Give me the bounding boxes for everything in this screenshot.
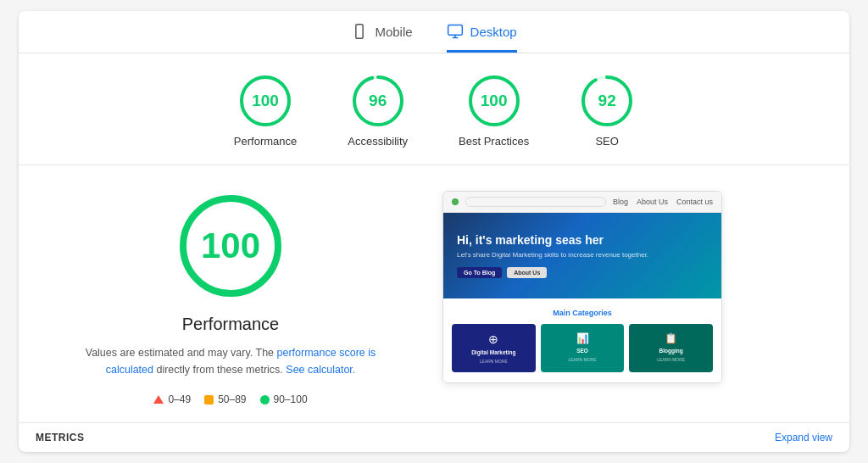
preview-cat-title: Main Categories (452, 309, 713, 317)
big-score-value: 100 (201, 226, 260, 266)
score-label-seo: SEO (595, 135, 618, 148)
score-value-performance: 100 (252, 92, 279, 110)
score-item-performance: 100 Performance (234, 74, 297, 148)
nav-contact: Contact us (676, 198, 713, 206)
tab-mobile[interactable]: Mobile (351, 23, 412, 53)
score-circle-accessibility: 96 (351, 74, 405, 128)
svg-rect-2 (448, 25, 462, 36)
tab-bar: Mobile Desktop (19, 11, 849, 53)
legend: 0–49 50–89 90–100 (153, 393, 307, 405)
desktop-icon (447, 23, 464, 40)
legend-pass-range: 90–100 (274, 393, 308, 405)
left-panel: 100 Performance Values are estimated and… (70, 191, 392, 405)
preview-categories: Main Categories ⊕ Digital Marketing LEAR… (443, 298, 721, 382)
right-panel: Blog About Us Contact us Hi, it's market… (442, 191, 722, 383)
legend-average-range: 50–89 (218, 393, 246, 405)
mobile-icon (351, 23, 368, 40)
preview-card-blog-icon: 📋 (665, 332, 677, 344)
svg-rect-0 (356, 25, 363, 39)
legend-fail: 0–49 (153, 393, 191, 405)
perf-title: Performance (182, 315, 280, 334)
preview-card-digital-label: Digital Marketing (471, 349, 515, 355)
main-container: Mobile Desktop 100 Performance (19, 11, 849, 452)
score-item-best-practices: 100 Best Practices (459, 74, 529, 148)
score-value-seo: 92 (598, 92, 616, 110)
desc-prefix: Values are estimated and may vary. The (86, 347, 277, 359)
score-value-accessibility: 96 (369, 92, 387, 110)
preview-card-seo-icon: 📊 (576, 332, 589, 344)
score-label-performance: Performance (234, 135, 297, 148)
preview-card-digital-sub: LEARN MORE (480, 359, 508, 364)
legend-pass: 90–100 (260, 393, 308, 405)
score-circle-best-practices: 100 (467, 74, 521, 128)
preview-card-blog-sub: LEARN MORE (657, 357, 685, 362)
preview-card-digital: ⊕ Digital Marketing LEARN MORE (452, 324, 536, 372)
preview-card-seo-label: SEO (576, 348, 588, 354)
legend-average-icon (204, 395, 214, 404)
preview-card-seo-sub: LEARN MORE (568, 357, 596, 362)
desc-middle: directly from these metrics. (153, 364, 286, 376)
legend-average: 50–89 (204, 393, 246, 405)
tab-desktop[interactable]: Desktop (447, 23, 517, 53)
score-value-best-practices: 100 (481, 92, 508, 110)
tab-mobile-label: Mobile (375, 25, 412, 39)
calculator-link[interactable]: See calculator. (286, 364, 355, 376)
perf-description: Values are estimated and may vary. The p… (70, 344, 392, 378)
tab-desktop-label: Desktop (470, 25, 517, 39)
legend-fail-icon (153, 395, 164, 404)
nav-blog: Blog (613, 198, 628, 206)
big-score-circle: 100 (175, 191, 286, 301)
preview-btn-blog[interactable]: Go To Blog (457, 267, 502, 278)
preview-dot-1 (452, 198, 459, 205)
preview-hero-sub: Let's share Digital Marketing skills to … (457, 251, 708, 259)
preview-topbar: Blog About Us Contact us (443, 192, 721, 213)
preview-card-blog: 📋 Blogging LEARN MORE (629, 324, 713, 372)
nav-about: About Us (637, 198, 668, 206)
score-label-accessibility: Accessibility (348, 135, 408, 148)
preview-hero-title: Hi, it's marketing seas her (457, 233, 708, 247)
preview-nav: Blog About Us Contact us (613, 198, 713, 206)
preview-cards: ⊕ Digital Marketing LEARN MORE 📊 SEO LEA… (452, 324, 713, 372)
preview-btn-about[interactable]: About Us (507, 267, 547, 278)
preview-card-blog-label: Blogging (659, 348, 683, 354)
preview-buttons: Go To Blog About Us (457, 267, 708, 278)
legend-pass-icon (260, 395, 270, 404)
score-circle-seo: 92 (580, 74, 634, 128)
score-bar: 100 Performance 96 Accessibility 1 (19, 53, 849, 165)
expand-view-link[interactable]: Expand view (775, 432, 832, 443)
score-circle-performance: 100 (238, 74, 292, 128)
preview-card-seo: 📊 SEO LEARN MORE (541, 324, 625, 372)
preview-card-digital-icon: ⊕ (488, 332, 498, 346)
metrics-label: METRICS (36, 432, 85, 443)
website-preview: Blog About Us Contact us Hi, it's market… (442, 191, 722, 383)
preview-hero: Hi, it's marketing seas her Let's share … (443, 213, 721, 298)
score-item-seo: 92 SEO (580, 74, 634, 148)
bottom-bar: METRICS Expand view (19, 422, 849, 452)
main-content: 100 Performance Values are estimated and… (19, 165, 849, 422)
legend-fail-range: 0–49 (168, 393, 191, 405)
score-label-best-practices: Best Practices (459, 135, 529, 148)
score-item-accessibility: 96 Accessibility (348, 74, 408, 148)
